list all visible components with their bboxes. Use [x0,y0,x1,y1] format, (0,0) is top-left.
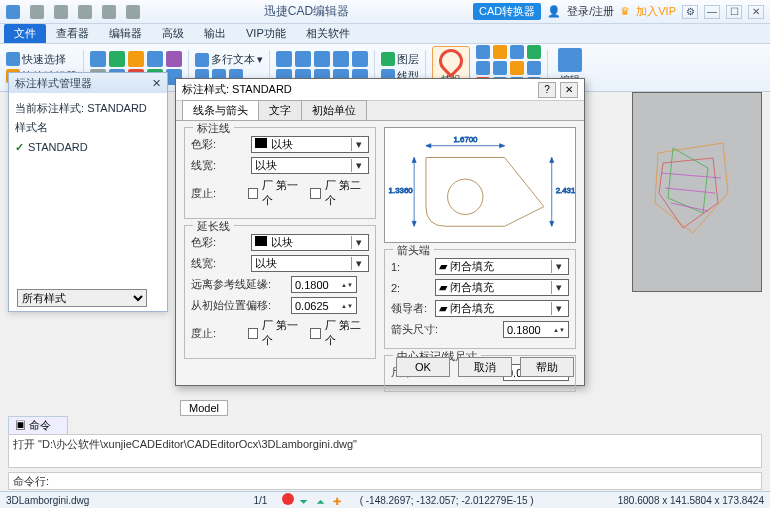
dim-tool-icon[interactable] [276,51,292,67]
save-icon[interactable] [78,5,92,19]
help-button[interactable]: 帮助 [520,357,574,377]
vip-link[interactable]: 加入VIP [636,4,676,19]
dim-tool-icon[interactable] [295,51,311,67]
tool-icon[interactable] [90,51,106,67]
layer-button[interactable]: 图层 [381,52,419,67]
model-tab[interactable]: Model [180,400,228,416]
extline-weight-select[interactable]: 以块▾ [251,255,369,272]
ext-offset-input[interactable]: 0.0625▲▼ [291,297,357,314]
drawing-viewport[interactable] [632,92,762,292]
snap-icon[interactable] [510,61,524,75]
svg-point-0 [448,179,483,214]
command-input-row: 命令行: [8,472,762,490]
crown-icon: ♛ [620,5,630,18]
status-dims: 180.6008 x 141.5804 x 173.8424 [618,495,764,506]
menu-tab-output[interactable]: 输出 [194,24,236,43]
preview-dim3: 2.4315 [556,186,575,195]
dim-tool-icon[interactable] [333,51,349,67]
command-input[interactable] [53,475,761,487]
manager-title: 标注样式管理器 [15,76,92,91]
style-name-col: 样式名 [15,120,161,135]
minimize-icon[interactable]: — [704,5,720,19]
dimstyle-preview: 1.6700 1.3360 2.4315 [384,127,576,243]
maximize-icon[interactable]: ☐ [726,5,742,19]
ext-beyond-input[interactable]: 0.1800▲▼ [291,276,357,293]
dimstyle-dialog: 标注样式: STANDARD ? ✕ 线条与箭头 文字 初始单位 标注线 色彩:… [175,78,585,386]
snap-icon[interactable] [510,45,524,59]
status-file: 3DLamborgini.dwg [6,495,89,506]
menu-tab-file[interactable]: 文件 [4,24,46,43]
tool-icon[interactable] [128,51,144,67]
snap-icon[interactable] [476,45,490,59]
style-list-item[interactable]: ✓STANDARD [15,139,161,156]
command-prompt: 命令行: [9,474,53,489]
cad-convert-button[interactable]: CAD转换器 [473,3,541,20]
arrow2-select[interactable]: ▰ 闭合填充▾ [435,279,569,296]
dimline-weight-select[interactable]: 以块▾ [251,157,369,174]
settings-icon[interactable]: ⚙ [682,5,698,19]
snap-icon[interactable] [493,45,507,59]
preview-dim1: 1.6700 [453,135,478,144]
suppress2-checkbox[interactable] [310,188,320,199]
dialog-tab-lines-arrows[interactable]: 线条与箭头 [182,100,259,120]
open-icon[interactable] [54,5,68,19]
snap-icon[interactable] [527,45,541,59]
quick-select-button[interactable]: 快速选择 [6,52,77,67]
new-icon[interactable] [30,5,44,19]
menu-tab-related[interactable]: 相关软件 [296,24,360,43]
menu-tab-vip[interactable]: VIP功能 [236,24,296,43]
titlebar: 迅捷CAD编辑器 CAD转换器 👤 登录/注册 ♛ 加入VIP ⚙ — ☐ ✕ [0,0,770,24]
snap-icon[interactable] [493,61,507,75]
tool-icon[interactable] [147,51,163,67]
wireframe-preview [653,133,733,243]
menu-tab-advanced[interactable]: 高级 [152,24,194,43]
panel-close-icon[interactable]: ✕ [152,77,161,90]
user-icon: 👤 [547,5,561,18]
command-history: 打开 "D:\办公软件\xunjieCADEditor\CADEditorOcx… [8,434,762,468]
record-icon[interactable] [282,493,294,505]
dialog-tab-units[interactable]: 初始单位 [301,100,367,120]
dimstyle-manager-panel: 标注样式管理器 ✕ 当前标注样式: STANDARD 样式名 ✓STANDARD… [8,72,168,312]
status-icons: ⏷ ⏶ ✚ [281,493,345,508]
dialog-tab-text[interactable]: 文字 [258,100,302,120]
ok-button[interactable]: OK [396,357,450,377]
current-style-value: STANDARD [87,102,147,114]
magnet-icon [434,44,468,78]
snap-icon[interactable] [476,61,490,75]
ext-suppress1-checkbox[interactable] [248,328,258,339]
ext-suppress2-checkbox[interactable] [310,328,320,339]
close-icon[interactable]: ✕ [748,5,764,19]
mtext-button[interactable]: 多行文本▾ [195,52,263,67]
edit-icon [558,48,582,72]
preview-dim2: 1.3360 [389,186,414,195]
login-link[interactable]: 登录/注册 [567,4,614,19]
tool-icon[interactable] [166,51,182,67]
arrow1-select[interactable]: ▰ 闭合填充▾ [435,258,569,275]
app-icon [6,5,20,19]
dialog-help-icon[interactable]: ? [538,82,556,98]
undo-icon[interactable] [102,5,116,19]
suppress1-checkbox[interactable] [248,188,258,199]
menu-tab-editor[interactable]: 编辑器 [99,24,152,43]
quick-access-toolbar [6,5,140,19]
dialog-close-icon[interactable]: ✕ [560,82,578,98]
dim-tool-icon[interactable] [352,51,368,67]
dim-tool-icon[interactable] [314,51,330,67]
extline-color-select[interactable]: 以块▾ [251,234,369,251]
arrow-size-input[interactable]: 0.1800▲▼ [503,321,569,338]
current-style-label: 当前标注样式: [15,102,84,114]
app-title: 迅捷CAD编辑器 [140,3,473,20]
menu-tab-viewer[interactable]: 查看器 [46,24,99,43]
leader-select[interactable]: ▰ 闭合填充▾ [435,300,569,317]
print-icon[interactable] [126,5,140,19]
snap-icon[interactable] [527,61,541,75]
arrowhead-group: 箭头端 1: ▰ 闭合填充▾ 2: ▰ 闭合填充▾ 领导者: ▰ 闭合填充▾ 箭… [384,249,576,349]
cancel-button[interactable]: 取消 [458,357,512,377]
menu-bar: 文件 查看器 编辑器 高级 输出 VIP功能 相关软件 [0,24,770,44]
tool-icon[interactable] [109,51,125,67]
status-bar: 3DLamborgini.dwg 1/1 ⏷ ⏶ ✚ ( -148.2697; … [0,491,770,508]
style-filter-select[interactable]: 所有样式 [17,289,147,307]
dimline-color-select[interactable]: 以块▾ [251,136,369,153]
status-coords: ( -148.2697; -132.057; -2.012279E-15 ) [360,495,534,506]
dimline-group: 标注线 色彩: 以块▾ 线宽: 以块▾ 度止: 厂 第一个 厂 第二个 [184,127,376,219]
